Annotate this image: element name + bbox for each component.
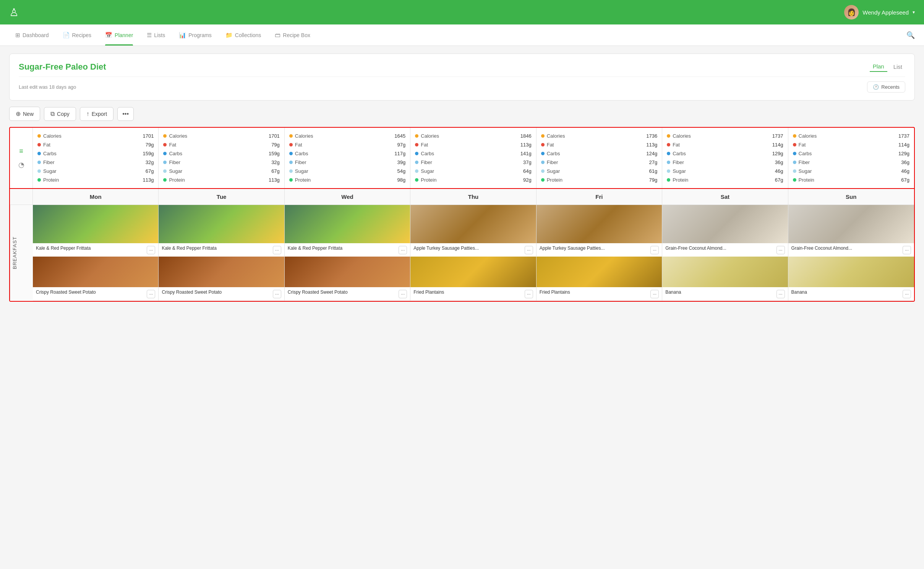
recipe-more-button[interactable]: ··· [273, 246, 281, 254]
nutrition-carbs: Carbs 124g [541, 151, 657, 156]
nutrition-calories: Calories 1737 [793, 133, 909, 139]
plan-header: Sugar-Free Paleo Diet Plan List [19, 62, 905, 72]
nav-item-recipes[interactable]: 📄 Recipes [57, 24, 98, 46]
recipe-more-button-2[interactable]: ··· [776, 290, 785, 298]
recipe-name: Grain-Free Coconut Almond... [791, 245, 903, 252]
search-icon[interactable]: 🔍 [906, 31, 915, 39]
copy-button[interactable]: ⧉ Copy [44, 107, 76, 121]
recents-button[interactable]: 🕐 Recents [867, 81, 905, 93]
nutrition-day-1: Calories 1701 Fat 79g Carbs 159g Fiber 3… [159, 128, 284, 188]
planner-icon: 📅 [105, 32, 112, 39]
nav-item-recipe-box[interactable]: 🗃 Recipe Box [269, 24, 316, 46]
day-header-sat: Sat [662, 189, 788, 205]
more-options-button[interactable]: ••• [117, 107, 134, 121]
recipe-more-button[interactable]: ··· [399, 246, 407, 254]
recipe-more-button-2[interactable]: ··· [273, 290, 281, 298]
nutrition-calories: Calories 1736 [541, 133, 657, 139]
recipe-name: Kale & Red Pepper Frittata [288, 245, 399, 252]
dot-fat [667, 143, 670, 146]
export-icon: ↑ [86, 111, 89, 117]
nav-item-planner[interactable]: 📅 Planner [99, 24, 139, 46]
recipe-box-icon: 🗃 [275, 32, 280, 38]
tab-plan[interactable]: Plan [870, 62, 887, 72]
breakfast-row: Breakfast Kale & Red Pepper Frittata ···… [10, 205, 914, 301]
export-button[interactable]: ↑ Export [80, 107, 113, 121]
recipe-more-button[interactable]: ··· [147, 246, 155, 254]
nutrition-carbs: Carbs 117g [289, 151, 405, 156]
list-icon: ≡ [19, 147, 23, 155]
recipe-more-button-2[interactable]: ··· [903, 290, 911, 298]
nutrition-fat: Fat 97g [289, 142, 405, 148]
user-name: Wendy Appleseed [862, 9, 909, 16]
nav-item-lists[interactable]: ☰ Lists [141, 24, 171, 46]
recipe-name: Apple Turkey Sausage Patties... [540, 245, 650, 252]
nav-item-programs[interactable]: 📊 Programs [173, 24, 218, 46]
day-header-wed: Wed [285, 189, 410, 205]
recipe-more-button[interactable]: ··· [903, 246, 911, 254]
recipe-more-button[interactable]: ··· [525, 246, 533, 254]
breakfast-day-2: Kale & Red Pepper Frittata ··· Crispy Ro… [285, 205, 410, 301]
nutrition-calories: Calories 1737 [667, 133, 783, 139]
dot-fat [793, 143, 796, 146]
nutrition-carbs: Carbs 129g [667, 151, 783, 156]
tab-list[interactable]: List [890, 62, 905, 72]
copy-label: Copy [57, 111, 70, 117]
nutrition-carbs: Carbs 129g [793, 151, 909, 156]
nutrition-fat: Fat 79g [37, 142, 154, 148]
dot-carbs [541, 152, 545, 155]
nutrition-calories: Calories 1645 [289, 133, 405, 139]
recipe-more-button-2[interactable]: ··· [399, 290, 407, 298]
dot-protein [163, 178, 167, 182]
recipe-name-row: Kale & Red Pepper Frittata ··· [33, 243, 158, 257]
dot-fat [415, 143, 418, 146]
recipe-more-button-2[interactable]: ··· [525, 290, 533, 298]
day-header-tue: Tue [159, 189, 284, 205]
user-menu[interactable]: 👩 Wendy Appleseed ▾ [844, 5, 915, 20]
nav-label-recipes: Recipes [72, 32, 92, 38]
recents-label: Recents [881, 84, 900, 90]
nutrition-day-2: Calories 1645 Fat 97g Carbs 117g Fiber 3… [285, 128, 410, 188]
dot-fat [541, 143, 545, 146]
dot-calories [163, 134, 167, 138]
nutrition-protein: Protein 67g [793, 177, 909, 183]
dot-protein [415, 178, 418, 182]
nutrition-fiber: Fiber 37g [415, 159, 531, 165]
recipe-img-4-2 [537, 257, 662, 287]
recipe-name-row-2: Banana ··· [662, 287, 788, 301]
nutrition-protein: Protein 113g [37, 177, 154, 183]
recipe-name-row-2: Crispy Roasted Sweet Potato ··· [159, 287, 284, 301]
recipe-more-button-2[interactable]: ··· [147, 290, 155, 298]
nutrition-protein: Protein 113g [163, 177, 279, 183]
nutrition-fiber: Fiber 27g [541, 159, 657, 165]
planner-grid: ≡ ◔ Calories 1701 Fat 79g Carbs 159g Fib… [9, 127, 915, 302]
plan-card: Sugar-Free Paleo Diet Plan List Last edi… [9, 54, 915, 101]
dot-protein [541, 178, 545, 182]
nutrition-protein: Protein 79g [541, 177, 657, 183]
nutrition-calories: Calories 1701 [37, 133, 154, 139]
recipe-more-button[interactable]: ··· [650, 246, 659, 254]
logo-icon: ♙ [9, 6, 19, 19]
recipe-card-1-day-5: Grain-Free Coconut Almond... ··· [662, 205, 788, 257]
recipe-card-2-day-4: Fried Plantains ··· [537, 257, 662, 301]
recipe-img-3-1 [410, 205, 536, 243]
dot-calories [415, 134, 418, 138]
recipe-name-2: Banana [791, 289, 903, 296]
day-header-sun: Sun [788, 189, 914, 205]
nav-item-collections[interactable]: 📁 Collections [219, 24, 267, 46]
day-header-thu: Thu [410, 189, 536, 205]
new-button[interactable]: ⊕ New [9, 107, 40, 121]
recipe-img-2-2 [285, 257, 410, 287]
dot-fiber [289, 161, 293, 164]
nutrition-fiber: Fiber 36g [667, 159, 783, 165]
recipe-more-button-2[interactable]: ··· [650, 290, 659, 298]
nutrition-fat: Fat 113g [541, 142, 657, 148]
recipe-name-row-2: Fried Plantains ··· [537, 287, 662, 301]
breakfast-day-3: Apple Turkey Sausage Patties... ··· Frie… [410, 205, 536, 301]
recipe-img-1-2 [159, 257, 284, 287]
nav-label-collections: Collections [235, 32, 261, 38]
recipe-more-button[interactable]: ··· [776, 246, 785, 254]
more-dots-icon: ••• [122, 111, 129, 117]
nutrition-icons: ≡ ◔ [10, 128, 33, 188]
dot-protein [289, 178, 293, 182]
nav-item-dashboard[interactable]: ⊞ Dashboard [9, 24, 55, 46]
